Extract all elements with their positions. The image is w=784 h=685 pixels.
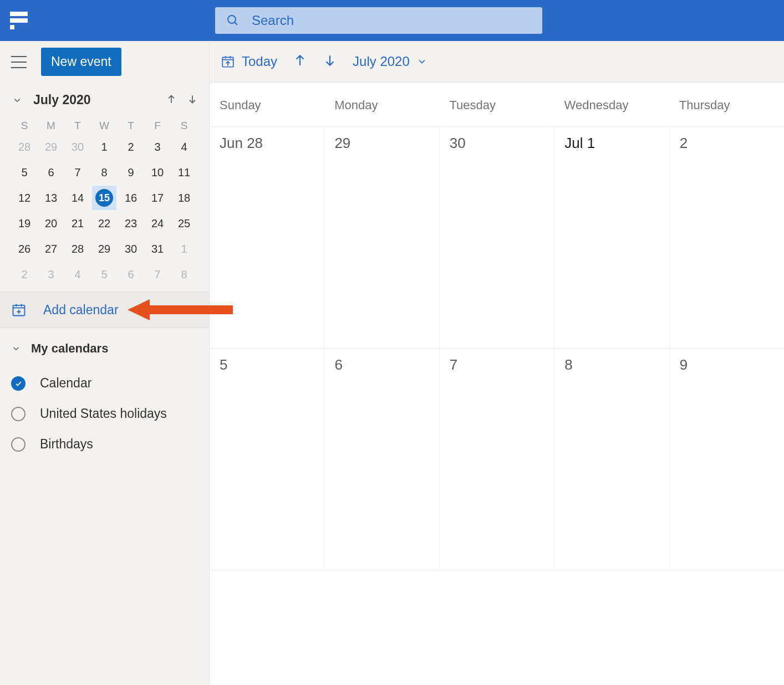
mini-day[interactable]: 14 [64, 185, 91, 211]
calendar-list-item[interactable]: Calendar [11, 368, 198, 398]
new-event-button[interactable]: New event [41, 48, 121, 76]
svg-point-0 [228, 16, 236, 23]
my-calendars-title: My calendars [31, 341, 108, 356]
mini-calendar-title: July 2020 [33, 93, 166, 108]
calendar-list-label: Birthdays [40, 437, 93, 452]
my-calendars-section: My calendars CalendarUnited States holid… [0, 328, 209, 473]
svg-line-1 [235, 22, 237, 25]
mini-day[interactable]: 28 [64, 236, 91, 262]
day-cell[interactable]: 2 [670, 127, 784, 348]
mini-dow: M [38, 117, 64, 134]
day-cell[interactable]: 5 [210, 349, 324, 570]
search-input[interactable] [252, 13, 531, 28]
day-cell[interactable]: 8 [554, 349, 669, 570]
arrow-up-icon [293, 53, 307, 68]
mini-day[interactable]: 30 [118, 236, 144, 262]
mini-calendar: July 2020 SMTWTFS28293012345678910111213… [0, 83, 209, 292]
my-calendars-toggle[interactable]: My calendars [11, 341, 198, 356]
chevron-down-icon [416, 56, 427, 67]
add-calendar-button[interactable]: Add calendar [0, 292, 209, 328]
mini-day[interactable]: 7 [144, 262, 171, 287]
day-cell[interactable]: 7 [440, 349, 554, 570]
prev-period-button[interactable] [293, 53, 307, 70]
mini-dow: T [118, 117, 144, 134]
day-cell[interactable]: Jul 1 [554, 127, 669, 348]
mini-day[interactable]: 29 [38, 134, 64, 160]
mini-day[interactable]: 4 [64, 262, 91, 287]
mini-dow: S [171, 117, 197, 134]
mini-day[interactable]: 8 [91, 160, 118, 185]
mini-day[interactable]: 29 [91, 236, 118, 262]
calendar-toggle-icon[interactable] [11, 407, 26, 421]
calendar-toggle-icon[interactable] [11, 437, 26, 452]
weekday-header: Tuesday [439, 83, 554, 126]
mini-day[interactable]: 8 [171, 262, 197, 287]
mini-calendar-prev-icon[interactable] [166, 94, 177, 107]
calendar-toolbar: Today July 2020 [210, 41, 784, 82]
sidebar-top-row: New event [0, 41, 209, 83]
mini-dow: W [91, 117, 118, 134]
today-button[interactable]: Today [221, 54, 277, 69]
day-cell[interactable]: 30 [440, 127, 554, 348]
calendar-toggle-icon[interactable] [11, 376, 26, 391]
next-period-button[interactable] [323, 53, 337, 70]
chevron-down-icon [11, 344, 21, 354]
mini-day[interactable]: 30 [64, 134, 91, 160]
mini-day[interactable]: 11 [171, 160, 197, 185]
weekday-header: Monday [324, 83, 439, 126]
mini-day[interactable]: 5 [11, 160, 38, 185]
mini-day[interactable]: 1 [171, 236, 197, 262]
day-cell[interactable]: 9 [670, 349, 784, 570]
mini-day[interactable]: 21 [64, 211, 91, 236]
day-cell[interactable]: 6 [324, 349, 439, 570]
mini-day[interactable]: 16 [118, 185, 144, 211]
search-box[interactable] [215, 7, 542, 34]
mini-day[interactable]: 6 [38, 160, 64, 185]
mini-day[interactable]: 12 [11, 185, 38, 211]
hamburger-icon[interactable] [11, 56, 27, 68]
mini-day[interactable]: 3 [144, 134, 171, 160]
mini-day[interactable]: 18 [171, 185, 197, 211]
mini-day[interactable]: 6 [118, 262, 144, 287]
mini-calendar-collapse-icon[interactable] [11, 94, 23, 106]
mini-day[interactable]: 9 [118, 160, 144, 185]
mini-day[interactable]: 31 [144, 236, 171, 262]
calendar-list-item[interactable]: United States holidays [11, 398, 198, 429]
mini-day[interactable]: 3 [38, 262, 64, 287]
mini-day[interactable]: 10 [144, 160, 171, 185]
mini-day[interactable]: 5 [91, 262, 118, 287]
mini-day[interactable]: 28 [11, 134, 38, 160]
add-calendar-label: Add calendar [43, 303, 119, 318]
day-cell[interactable]: Jun 28 [210, 127, 324, 348]
today-label: Today [242, 54, 277, 69]
search-icon [226, 14, 240, 27]
mini-day[interactable]: 25 [171, 211, 197, 236]
app-launcher-icon[interactable] [10, 12, 28, 29]
mini-day[interactable]: 13 [38, 185, 64, 211]
mini-day[interactable]: 22 [91, 211, 118, 236]
mini-day[interactable]: 1 [91, 134, 118, 160]
calendar-today-icon [221, 54, 235, 69]
weekday-header: Sunday [210, 83, 324, 126]
mini-calendar-next-icon[interactable] [187, 94, 198, 107]
calendar-list-item[interactable]: Birthdays [11, 429, 198, 459]
mini-day[interactable]: 23 [118, 211, 144, 236]
month-picker-button[interactable]: July 2020 [353, 54, 427, 69]
weekday-header: Wednesday [554, 83, 669, 126]
calendar-list-label: United States holidays [40, 406, 167, 421]
mini-day[interactable]: 27 [38, 236, 64, 262]
day-cell[interactable]: 29 [324, 127, 439, 348]
mini-day[interactable]: 17 [144, 185, 171, 211]
mini-day[interactable]: 2 [118, 134, 144, 160]
mini-day[interactable]: 15 [91, 185, 118, 211]
mini-day[interactable]: 20 [38, 211, 64, 236]
calendar-grid: SundayMondayTuesdayWednesdayThursday Jun… [210, 82, 784, 685]
mini-day[interactable]: 19 [11, 211, 38, 236]
mini-day[interactable]: 26 [11, 236, 38, 262]
mini-dow: F [144, 117, 171, 134]
mini-day[interactable]: 2 [11, 262, 38, 287]
arrow-down-icon [323, 53, 337, 68]
mini-day[interactable]: 24 [144, 211, 171, 236]
mini-day[interactable]: 7 [64, 160, 91, 185]
mini-day[interactable]: 4 [171, 134, 197, 160]
